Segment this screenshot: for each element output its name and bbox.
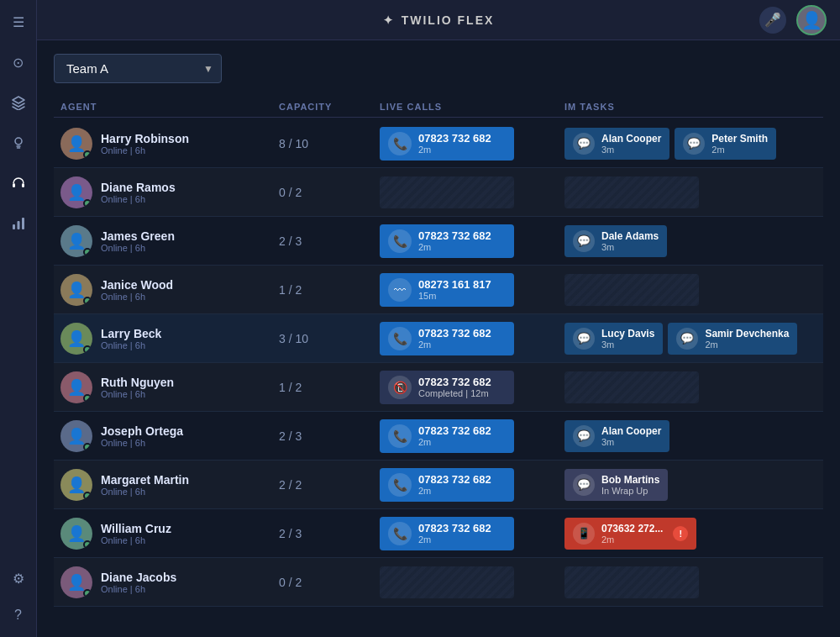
sidebar-item-help[interactable]: ? [7, 603, 30, 627]
im-card[interactable]: 💬Lucy Davis3m [564, 323, 663, 355]
call-icon: 📞 [388, 473, 412, 497]
agent-avatar: 👤 [60, 176, 92, 208]
team-dropdown[interactable]: Team A Team B Team C [54, 54, 222, 83]
im-tasks-cell [564, 274, 816, 306]
live-call-cell: 📞07823 732 6822m [380, 224, 564, 258]
call-card[interactable]: 📞07823 732 6822m [380, 322, 514, 355]
capacity-cell: 2 / 3 [279, 429, 380, 443]
im-contact-name: Samir Devchenka [705, 328, 789, 340]
call-info: 07823 732 6822m [418, 229, 491, 252]
mic-button[interactable]: 🎤 [759, 7, 786, 34]
empty-hatch [564, 566, 699, 598]
call-number: 07823 732 682 [418, 229, 491, 242]
sidebar-item-chart[interactable] [7, 212, 30, 235]
empty-hatch [564, 371, 699, 403]
im-card[interactable]: 💬Peter Smith2m [675, 128, 776, 160]
agent-avatar: 👤 [60, 274, 92, 306]
table-row: 👤Harry RobinsonOnline | 6h8 / 10📞07823 7… [54, 119, 823, 168]
im-info: Samir Devchenka2m [705, 328, 789, 350]
agent-info: Ruth NguyenOnline | 6h [101, 376, 174, 399]
im-card[interactable]: 💬Alan Cooper3m [564, 420, 669, 452]
call-number: 07823 732 682 [418, 522, 491, 534]
call-card[interactable]: 📞07823 732 6822m [380, 419, 514, 453]
table-row: 👤James GreenOnline | 6h2 / 3📞07823 732 6… [54, 217, 823, 266]
im-tasks-cell: 💬Alan Cooper3m💬Peter Smith2m [564, 128, 816, 160]
agent-info: Harry RobinsonOnline | 6h [101, 132, 189, 155]
capacity-cell: 2 / 2 [279, 478, 380, 492]
call-card[interactable]: 📵07823 732 682Completed | 12m [380, 371, 514, 404]
sidebar-item-headset[interactable] [7, 171, 30, 195]
live-call-cell: 📞07823 732 6822m [380, 127, 564, 161]
im-tasks-cell: 💬Bob MartinsIn Wrap Up [564, 469, 816, 501]
agent-cell: 👤Ruth NguyenOnline | 6h [60, 371, 279, 403]
user-avatar[interactable]: 👤 [796, 5, 827, 35]
agent-cell: 👤Janice WoodOnline | 6h [60, 274, 279, 306]
table-row: 👤William CruzOnline | 6h2 / 3📞07823 732 … [54, 509, 823, 558]
col-capacity: CAPACITY [279, 102, 380, 112]
call-card[interactable]: 📞07823 732 6822m [380, 224, 514, 258]
table-body: 👤Harry RobinsonOnline | 6h8 / 10📞07823 7… [54, 119, 823, 607]
im-card[interactable]: 💬Alan Cooper3m [564, 128, 669, 160]
im-icon: 💬 [676, 328, 698, 350]
call-card[interactable]: 📞07823 732 6822m [380, 468, 514, 502]
agent-cell: 👤Diane JacobsOnline | 6h [60, 566, 279, 598]
im-icon: 💬 [573, 133, 595, 155]
sidebar-item-home[interactable]: ⊙ [7, 50, 30, 74]
agent-status: Online | 6h [101, 194, 176, 204]
im-icon: 💬 [573, 474, 595, 496]
im-icon: 📱 [573, 523, 595, 545]
capacity-cell: 1 / 2 [279, 381, 380, 394]
im-contact-name: Alan Cooper [601, 133, 661, 145]
sidebar-item-settings[interactable]: ⚙ [7, 566, 30, 590]
agent-cell: 👤Harry RobinsonOnline | 6h [60, 128, 279, 160]
header: ✦ TWILIO FLEX 🎤 👤 [37, 0, 840, 40]
call-card[interactable]: 📞07823 732 6822m [380, 127, 514, 161]
table-row: 👤Margaret MartinOnline | 6h2 / 2📞07823 7… [54, 461, 823, 509]
capacity-cell: 3 / 10 [279, 332, 380, 345]
status-dot [83, 345, 92, 354]
im-card[interactable]: 💬Bob MartinsIn Wrap Up [564, 469, 668, 501]
logo-icon: ✦ [383, 13, 395, 27]
alert-icon: ! [673, 526, 688, 541]
im-card[interactable]: 📱073632 272...2m! [564, 518, 696, 550]
main-content: ✦ TWILIO FLEX 🎤 👤 Team A Team B Team C ▼… [37, 0, 840, 637]
agent-status: Online | 6h [101, 535, 171, 545]
svg-rect-2 [22, 183, 24, 187]
svg-rect-4 [17, 221, 19, 229]
call-time: Completed | 12m [418, 388, 491, 398]
call-time: 2m [418, 340, 491, 350]
sidebar-item-layers[interactable] [7, 91, 30, 114]
call-card[interactable]: 📞07823 732 6822m [380, 517, 514, 550]
empty-hatch [380, 176, 514, 208]
agent-cell: 👤James GreenOnline | 6h [60, 225, 279, 257]
agent-status: Online | 6h [101, 584, 176, 594]
live-call-cell: 📞07823 732 6822m [380, 322, 564, 355]
status-dot [83, 540, 92, 549]
call-number: 07823 732 682 [418, 132, 491, 145]
im-info: Dale Adams3m [601, 230, 659, 252]
live-call-cell: 📞07823 732 6822m [380, 517, 564, 550]
call-info: 07823 732 6822m [418, 424, 491, 447]
empty-hatch [564, 274, 699, 306]
im-time: In Wrap Up [601, 486, 659, 496]
agent-cell: 👤Diane RamosOnline | 6h [60, 176, 279, 208]
agent-avatar: 👤 [60, 323, 92, 355]
call-card[interactable]: 〰08273 161 81715m [380, 273, 514, 307]
im-card[interactable]: 💬Samir Devchenka2m [668, 323, 797, 355]
call-icon: 📵 [388, 376, 412, 399]
im-contact-name: Bob Martins [601, 474, 659, 486]
im-time: 3m [601, 145, 661, 155]
live-call-cell: 〰08273 161 81715m [380, 273, 564, 307]
im-card[interactable]: 💬Dale Adams3m [564, 225, 667, 257]
capacity-cell: 2 / 3 [279, 527, 380, 540]
agent-info: Diane RamosOnline | 6h [101, 181, 176, 204]
im-info: Bob MartinsIn Wrap Up [601, 474, 659, 496]
call-info: 08273 161 81715m [418, 278, 491, 301]
agent-avatar: 👤 [60, 128, 92, 160]
table-row: 👤Larry BeckOnline | 6h3 / 10📞07823 732 6… [54, 314, 823, 363]
agent-name: Larry Beck [101, 327, 161, 340]
sidebar-item-lightbulb[interactable] [7, 131, 30, 155]
sidebar-hamburger[interactable]: ☰ [7, 10, 30, 34]
live-call-cell [380, 566, 564, 598]
live-call-cell: 📞07823 732 6822m [380, 468, 564, 502]
